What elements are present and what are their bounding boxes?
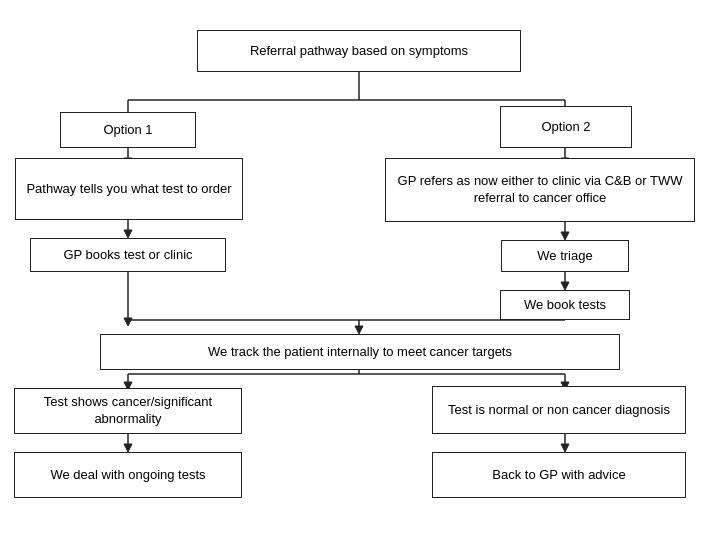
- pathway-tells-text: Pathway tells you what test to order: [26, 181, 231, 198]
- svg-marker-27: [561, 444, 569, 452]
- svg-marker-30: [355, 326, 363, 334]
- option2-text: Option 2: [541, 119, 590, 136]
- test-shows-box: Test shows cancer/significant abnormalit…: [14, 388, 242, 434]
- we-deal-text: We deal with ongoing tests: [50, 467, 205, 484]
- gp-refers-text: GP refers as now either to clinic via C&…: [394, 173, 686, 207]
- gp-books-box: GP books test or clinic: [30, 238, 226, 272]
- we-track-text: We track the patient internally to meet …: [208, 344, 512, 361]
- we-deal-box: We deal with ongoing tests: [14, 452, 242, 498]
- svg-marker-15: [561, 282, 569, 290]
- we-triage-box: We triage: [501, 240, 629, 272]
- gp-books-text: GP books test or clinic: [63, 247, 192, 264]
- title-text: Referral pathway based on symptoms: [250, 43, 468, 60]
- we-triage-text: We triage: [537, 248, 592, 265]
- option1-box: Option 1: [60, 112, 196, 148]
- svg-marker-7: [124, 230, 132, 238]
- gp-refers-box: GP refers as now either to clinic via C&…: [385, 158, 695, 222]
- option2-box: Option 2: [500, 106, 632, 148]
- pathway-tells-box: Pathway tells you what test to order: [15, 158, 243, 220]
- we-track-box: We track the patient internally to meet …: [100, 334, 620, 370]
- test-normal-box: Test is normal or non cancer diagnosis: [432, 386, 686, 434]
- we-book-text: We book tests: [524, 297, 606, 314]
- title-box: Referral pathway based on symptoms: [197, 30, 521, 72]
- option1-text: Option 1: [103, 122, 152, 139]
- svg-marker-25: [124, 444, 132, 452]
- test-normal-text: Test is normal or non cancer diagnosis: [448, 402, 670, 419]
- svg-marker-13: [561, 232, 569, 240]
- svg-marker-9: [124, 318, 132, 326]
- back-to-gp-text: Back to GP with advice: [492, 467, 625, 484]
- test-shows-text: Test shows cancer/significant abnormalit…: [23, 394, 233, 428]
- we-book-box: We book tests: [500, 290, 630, 320]
- back-to-gp-box: Back to GP with advice: [432, 452, 686, 498]
- diagram: Referral pathway based on symptoms Optio…: [0, 0, 720, 540]
